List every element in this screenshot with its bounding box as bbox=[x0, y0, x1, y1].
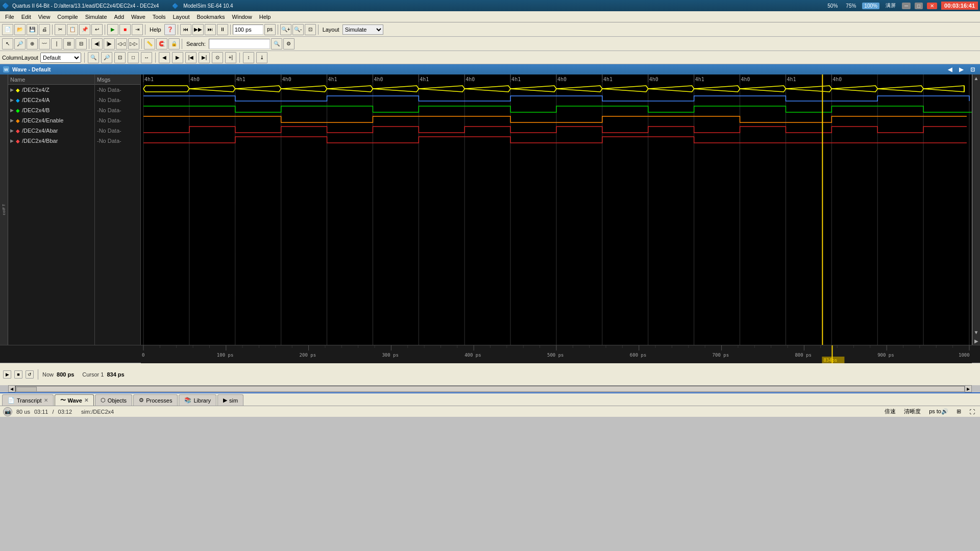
zoom-50[interactable]: 50% bbox=[825, 3, 840, 9]
signal-expand-1[interactable]: ▶ bbox=[10, 97, 14, 103]
tb-open[interactable]: 📂 bbox=[14, 24, 26, 35]
time-input[interactable] bbox=[233, 24, 263, 35]
speed-btn[interactable]: 倍速 bbox=[883, 408, 898, 415]
window-min-button[interactable]: ─ bbox=[902, 3, 911, 9]
quality-btn[interactable]: 清晰度 bbox=[902, 408, 923, 415]
hscroll-thumb[interactable] bbox=[16, 387, 37, 392]
wave-go-cursor[interactable]: ⊙ bbox=[212, 52, 223, 63]
signal-expand-5[interactable]: ▶ bbox=[10, 138, 14, 143]
status-stop[interactable]: ■ bbox=[14, 370, 22, 379]
right-expand[interactable]: ▶ bbox=[974, 338, 978, 344]
wave-scroll-right[interactable]: ▶ bbox=[172, 52, 183, 63]
zoom-cursor-btn[interactable]: ↔ bbox=[141, 52, 152, 63]
tb2-search-btn[interactable]: 🔍 bbox=[271, 38, 282, 49]
tb-run-all[interactable]: ▶▶ bbox=[192, 24, 204, 35]
tb2-next-edge[interactable]: |▶ bbox=[104, 38, 115, 49]
tb-step[interactable]: ⇥ bbox=[132, 24, 143, 35]
tb-paste[interactable]: 📌 bbox=[79, 24, 90, 35]
menu-simulate[interactable]: Simulate bbox=[82, 13, 110, 21]
layout-btn[interactable]: ⊞ bbox=[954, 408, 963, 415]
columnlayout-select[interactable]: Default bbox=[40, 53, 81, 63]
tb-zoom-fit[interactable]: ⊡ bbox=[305, 24, 316, 35]
hscroll-left-btn[interactable]: ◀ bbox=[8, 385, 15, 392]
zoom-fit[interactable]: 满屏 bbox=[884, 2, 898, 10]
tb-print[interactable]: 🖨 bbox=[39, 24, 50, 35]
fullscreen-btn[interactable]: ⛶ bbox=[967, 409, 977, 415]
tb2-lock[interactable]: 🔒 bbox=[168, 38, 180, 49]
zoom-100[interactable]: 100% bbox=[862, 3, 879, 9]
tb-restart[interactable]: ⏮ bbox=[180, 24, 191, 35]
wave-go-start[interactable]: |◀ bbox=[185, 52, 197, 63]
tb-zoom-out[interactable]: 🔍- bbox=[292, 24, 304, 35]
tab-processes[interactable]: ⚙ Processes bbox=[133, 394, 178, 406]
menu-add[interactable]: Add bbox=[111, 13, 128, 21]
help-label[interactable]: Help bbox=[148, 27, 163, 33]
wave-go-end[interactable]: ▶| bbox=[199, 52, 210, 63]
hscroll-track[interactable] bbox=[15, 386, 965, 392]
menu-layout[interactable]: Layout bbox=[170, 13, 193, 21]
search-input[interactable] bbox=[209, 39, 270, 49]
right-scroll-down[interactable]: ▼ bbox=[974, 330, 979, 335]
tb-help-icon[interactable]: ❓ bbox=[164, 24, 176, 35]
tb2-config[interactable]: ⚙ bbox=[283, 38, 295, 49]
screenshot-btn[interactable]: 📷 bbox=[3, 407, 12, 416]
waveform-area[interactable] bbox=[141, 74, 972, 345]
wave-add-marker[interactable]: +| bbox=[225, 52, 236, 63]
zoom-in-btn[interactable]: 🔍 bbox=[88, 52, 99, 63]
signal-row-4[interactable]: ▶ ◆ /DEC2x4/Abar bbox=[8, 126, 94, 136]
signal-row-0[interactable]: ▶ ◆ /DEC2x4/Z bbox=[8, 85, 94, 95]
menu-view[interactable]: View bbox=[35, 13, 54, 21]
signal-expand-2[interactable]: ▶ bbox=[10, 108, 14, 113]
tb2-snap[interactable]: 🧲 bbox=[156, 38, 167, 49]
menu-compile[interactable]: Compile bbox=[54, 13, 81, 21]
tb-cut[interactable]: ✂ bbox=[55, 24, 66, 35]
tb2-add-wave[interactable]: 〰 bbox=[39, 38, 50, 49]
menu-window[interactable]: Window bbox=[229, 13, 255, 21]
tb-undo[interactable]: ↩ bbox=[91, 24, 103, 35]
menu-wave[interactable]: Wave bbox=[128, 13, 149, 21]
tb2-next-trans[interactable]: ▷▷ bbox=[128, 38, 139, 49]
wave-window-scroll-right[interactable]: ▶ bbox=[957, 66, 965, 73]
tb-zoom-in[interactable]: 🔍+ bbox=[280, 24, 291, 35]
zoom-out-btn[interactable]: 🔎 bbox=[101, 52, 112, 63]
tb-time-unit[interactable]: ps bbox=[264, 24, 276, 35]
tab-library[interactable]: 📚 Library bbox=[179, 394, 216, 406]
wave-expand[interactable]: ↕ bbox=[243, 52, 254, 63]
tb-break[interactable]: ⏸ bbox=[217, 24, 228, 35]
menu-tools[interactable]: Tools bbox=[150, 13, 169, 21]
zoom-75[interactable]: 75% bbox=[844, 3, 858, 9]
tb2-prev-trans[interactable]: ◁◁ bbox=[116, 38, 127, 49]
tb2-divider[interactable]: | bbox=[51, 38, 62, 49]
tb-copy[interactable]: 📋 bbox=[67, 24, 78, 35]
tb-run-step[interactable]: ⏭ bbox=[205, 24, 216, 35]
status-reset[interactable]: ↺ bbox=[26, 370, 34, 379]
hscroll-right-btn[interactable]: ▶ bbox=[965, 385, 972, 392]
status-play[interactable]: ▶ bbox=[3, 370, 11, 379]
tb-run[interactable]: ▶ bbox=[107, 24, 118, 35]
tb-stop[interactable]: ■ bbox=[119, 24, 131, 35]
signal-row-5[interactable]: ▶ ◆ /DEC2x4/Bbar bbox=[8, 136, 94, 146]
menu-help[interactable]: Help bbox=[256, 13, 274, 21]
layout-select[interactable]: Simulate Debug bbox=[342, 24, 383, 35]
tb2-expand[interactable]: ⊟ bbox=[76, 38, 87, 49]
signal-row-1[interactable]: ▶ ◆ /DEC2x4/A bbox=[8, 95, 94, 105]
ps-to-btn[interactable]: ps to🔊 bbox=[927, 408, 950, 415]
wave-window-scroll-left[interactable]: ◀ bbox=[946, 66, 954, 73]
tb2-zoom-region[interactable]: 🔎 bbox=[14, 38, 26, 49]
tab-objects[interactable]: ⬡ Objects bbox=[95, 394, 132, 406]
tb2-prev-edge[interactable]: ◀| bbox=[91, 38, 103, 49]
tb-new[interactable]: 📄 bbox=[2, 24, 13, 35]
right-scroll-up[interactable]: ▲ bbox=[974, 76, 979, 81]
tb2-measure[interactable]: 📏 bbox=[144, 38, 155, 49]
zoom-select-btn[interactable]: □ bbox=[128, 52, 139, 63]
tb-save[interactable]: 💾 bbox=[27, 24, 38, 35]
wave-window-undock[interactable]: ⊡ bbox=[968, 66, 977, 73]
tab-transcript-close[interactable]: ✕ bbox=[44, 397, 48, 403]
tab-wave-close[interactable]: ✕ bbox=[84, 397, 88, 403]
signal-expand-4[interactable]: ▶ bbox=[10, 128, 14, 133]
window-close-button[interactable]: ✕ bbox=[927, 3, 937, 9]
tab-wave[interactable]: 〜 Wave ✕ bbox=[55, 394, 94, 406]
tb2-cursor[interactable]: ↖ bbox=[2, 38, 13, 49]
signal-row-2[interactable]: ▶ ◆ /DEC2x4/B bbox=[8, 105, 94, 115]
tb2-insert-cursor[interactable]: ⊕ bbox=[27, 38, 38, 49]
